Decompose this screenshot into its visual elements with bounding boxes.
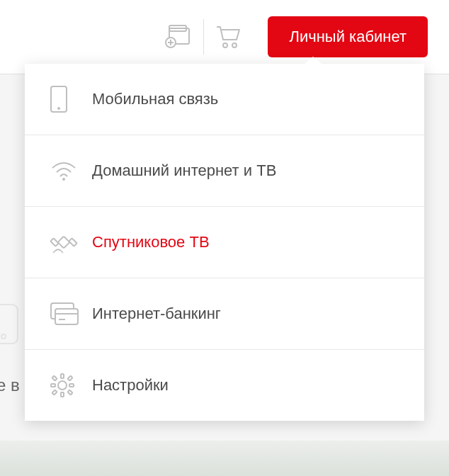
menu-label-settings: Настройки bbox=[92, 376, 169, 395]
wifi-icon bbox=[50, 157, 85, 185]
account-dropdown: Мобильная связь Домашний интернет и ТВ С… bbox=[25, 64, 424, 421]
svg-rect-26 bbox=[52, 390, 57, 395]
svg-rect-14 bbox=[69, 238, 76, 246]
svg-rect-27 bbox=[67, 390, 72, 395]
menu-label-mobile: Мобильная связь bbox=[92, 90, 218, 108]
phone-icon bbox=[50, 85, 85, 113]
account-button[interactable]: Личный кабинет bbox=[268, 16, 428, 57]
svg-rect-13 bbox=[50, 238, 58, 246]
svg-rect-23 bbox=[69, 384, 74, 387]
menu-item-internet-tv[interactable]: Домашний интернет и ТВ bbox=[25, 135, 424, 207]
menu-item-banking[interactable]: Интернет-банкинг bbox=[25, 278, 424, 350]
wallet-icon bbox=[165, 24, 193, 50]
gear-icon bbox=[50, 371, 85, 400]
bg-partial-text: е в bbox=[0, 375, 20, 395]
cart-icon bbox=[215, 24, 242, 50]
svg-rect-20 bbox=[61, 374, 64, 378]
menu-item-mobile[interactable]: Мобильная связь bbox=[25, 64, 424, 135]
bg-grass bbox=[0, 441, 449, 476]
svg-rect-12 bbox=[58, 237, 70, 249]
menu-label-internet-tv: Домашний интернет и ТВ bbox=[92, 162, 276, 180]
bg-decoration bbox=[0, 298, 28, 354]
svg-point-11 bbox=[62, 178, 65, 181]
svg-rect-25 bbox=[67, 375, 72, 380]
svg-point-10 bbox=[57, 107, 60, 110]
menu-label-banking: Интернет-банкинг bbox=[92, 305, 221, 323]
svg-rect-16 bbox=[55, 309, 78, 324]
svg-point-5 bbox=[223, 43, 227, 47]
svg-rect-21 bbox=[61, 392, 64, 397]
card-icon bbox=[50, 300, 85, 328]
menu-label-satellite-tv: Спутниковое ТВ bbox=[92, 233, 210, 251]
wallet-button[interactable] bbox=[154, 19, 204, 55]
svg-point-6 bbox=[232, 43, 237, 47]
svg-point-8 bbox=[1, 334, 6, 339]
svg-point-19 bbox=[58, 381, 67, 390]
menu-item-settings[interactable]: Настройки bbox=[25, 350, 424, 421]
svg-rect-24 bbox=[52, 375, 57, 380]
menu-item-satellite-tv[interactable]: Спутниковое ТВ bbox=[25, 207, 424, 278]
satellite-icon bbox=[50, 228, 85, 256]
cart-button[interactable] bbox=[204, 19, 254, 55]
svg-rect-22 bbox=[51, 384, 55, 387]
